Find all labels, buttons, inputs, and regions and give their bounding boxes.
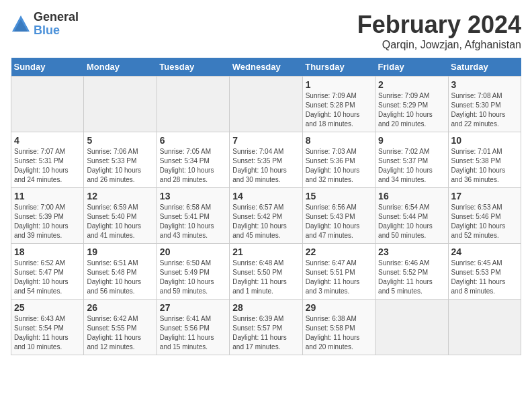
calendar-cell: 11Sunrise: 7:00 AM Sunset: 5:39 PM Dayli… [11, 188, 84, 244]
day-of-week-header: Friday [375, 58, 448, 77]
calendar-cell [230, 77, 302, 132]
day-of-week-header: Sunday [11, 58, 84, 77]
day-number: 4 [14, 135, 81, 146]
day-number: 21 [232, 246, 299, 257]
day-info: Sunrise: 6:42 AM Sunset: 5:55 PM Dayligh… [87, 314, 153, 352]
calendar-cell: 5Sunrise: 7:06 AM Sunset: 5:33 PM Daylig… [84, 132, 157, 188]
calendar-body: 1Sunrise: 7:09 AM Sunset: 5:28 PM Daylig… [11, 77, 521, 355]
day-number: 2 [378, 79, 445, 90]
calendar-cell: 10Sunrise: 7:01 AM Sunset: 5:38 PM Dayli… [448, 132, 521, 188]
day-number: 10 [451, 135, 518, 146]
day-number: 3 [451, 79, 518, 90]
calendar-cell: 25Sunrise: 6:43 AM Sunset: 5:54 PM Dayli… [11, 300, 84, 355]
day-number: 26 [87, 302, 153, 313]
day-number: 18 [14, 246, 81, 257]
day-number: 12 [87, 191, 153, 201]
calendar-cell: 24Sunrise: 6:45 AM Sunset: 5:53 PM Dayli… [448, 244, 521, 300]
day-info: Sunrise: 6:39 AM Sunset: 5:57 PM Dayligh… [232, 314, 299, 352]
day-number: 9 [378, 135, 445, 146]
day-info: Sunrise: 7:08 AM Sunset: 5:30 PM Dayligh… [451, 91, 518, 129]
calendar-cell: 13Sunrise: 6:58 AM Sunset: 5:41 PM Dayli… [157, 188, 229, 244]
day-info: Sunrise: 6:50 AM Sunset: 5:49 PM Dayligh… [160, 259, 226, 296]
calendar-cell: 3Sunrise: 7:08 AM Sunset: 5:30 PM Daylig… [448, 77, 521, 132]
calendar-cell: 4Sunrise: 7:07 AM Sunset: 5:31 PM Daylig… [11, 132, 84, 188]
day-number: 5 [87, 135, 153, 146]
day-number: 15 [306, 191, 372, 201]
day-number: 7 [232, 135, 299, 146]
day-info: Sunrise: 6:47 AM Sunset: 5:51 PM Dayligh… [306, 259, 372, 296]
day-info: Sunrise: 6:57 AM Sunset: 5:42 PM Dayligh… [232, 203, 299, 240]
calendar-cell: 17Sunrise: 6:53 AM Sunset: 5:46 PM Dayli… [448, 188, 521, 244]
day-number: 13 [160, 191, 226, 201]
day-info: Sunrise: 6:59 AM Sunset: 5:40 PM Dayligh… [87, 203, 153, 240]
day-number: 29 [306, 302, 372, 313]
calendar-cell: 8Sunrise: 7:03 AM Sunset: 5:36 PM Daylig… [302, 132, 375, 188]
calendar-cell [375, 300, 448, 355]
day-of-week-header: Wednesday [230, 58, 302, 77]
day-info: Sunrise: 7:07 AM Sunset: 5:31 PM Dayligh… [14, 147, 81, 185]
day-number: 23 [378, 246, 445, 257]
logo: General Blue [11, 11, 79, 38]
calendar-cell: 18Sunrise: 6:52 AM Sunset: 5:47 PM Dayli… [11, 244, 84, 300]
day-info: Sunrise: 6:43 AM Sunset: 5:54 PM Dayligh… [14, 314, 81, 352]
calendar-header-row: SundayMondayTuesdayWednesdayThursdayFrid… [11, 58, 521, 77]
day-info: Sunrise: 6:51 AM Sunset: 5:48 PM Dayligh… [87, 259, 153, 296]
day-info: Sunrise: 6:45 AM Sunset: 5:53 PM Dayligh… [451, 259, 518, 296]
calendar-cell: 19Sunrise: 6:51 AM Sunset: 5:48 PM Dayli… [84, 244, 157, 300]
calendar-cell: 7Sunrise: 7:04 AM Sunset: 5:35 PM Daylig… [230, 132, 302, 188]
day-info: Sunrise: 7:03 AM Sunset: 5:36 PM Dayligh… [306, 147, 372, 185]
day-number: 11 [14, 191, 81, 201]
day-number: 6 [160, 135, 226, 146]
day-info: Sunrise: 7:09 AM Sunset: 5:29 PM Dayligh… [378, 91, 445, 129]
calendar-cell: 2Sunrise: 7:09 AM Sunset: 5:29 PM Daylig… [375, 77, 448, 132]
day-info: Sunrise: 6:52 AM Sunset: 5:47 PM Dayligh… [14, 259, 81, 296]
day-of-week-header: Saturday [448, 58, 521, 77]
calendar-cell: 14Sunrise: 6:57 AM Sunset: 5:42 PM Dayli… [230, 188, 302, 244]
day-info: Sunrise: 7:06 AM Sunset: 5:33 PM Dayligh… [87, 147, 153, 185]
day-number: 8 [306, 135, 372, 146]
day-info: Sunrise: 7:05 AM Sunset: 5:34 PM Dayligh… [160, 147, 226, 185]
calendar-week-row: 1Sunrise: 7:09 AM Sunset: 5:28 PM Daylig… [11, 77, 521, 132]
calendar-cell: 12Sunrise: 6:59 AM Sunset: 5:40 PM Dayli… [84, 188, 157, 244]
day-info: Sunrise: 7:00 AM Sunset: 5:39 PM Dayligh… [14, 203, 81, 240]
location-title: Qarqin, Jowzjan, Afghanistan [357, 39, 521, 51]
calendar-cell: 28Sunrise: 6:39 AM Sunset: 5:57 PM Dayli… [230, 300, 302, 355]
calendar-cell: 26Sunrise: 6:42 AM Sunset: 5:55 PM Dayli… [84, 300, 157, 355]
calendar-week-row: 18Sunrise: 6:52 AM Sunset: 5:47 PM Dayli… [11, 244, 521, 300]
day-number: 14 [232, 191, 299, 201]
calendar-cell: 16Sunrise: 6:54 AM Sunset: 5:44 PM Dayli… [375, 188, 448, 244]
calendar-week-row: 25Sunrise: 6:43 AM Sunset: 5:54 PM Dayli… [11, 300, 521, 355]
day-number: 25 [14, 302, 81, 313]
day-number: 24 [451, 246, 518, 257]
day-info: Sunrise: 7:04 AM Sunset: 5:35 PM Dayligh… [232, 147, 299, 185]
day-info: Sunrise: 6:46 AM Sunset: 5:52 PM Dayligh… [378, 259, 445, 296]
day-info: Sunrise: 6:58 AM Sunset: 5:41 PM Dayligh… [160, 203, 226, 240]
logo-general-text: General [34, 11, 79, 24]
day-of-week-header: Tuesday [157, 58, 229, 77]
day-of-week-header: Monday [84, 58, 157, 77]
calendar-cell: 1Sunrise: 7:09 AM Sunset: 5:28 PM Daylig… [302, 77, 375, 132]
day-info: Sunrise: 7:02 AM Sunset: 5:37 PM Dayligh… [378, 147, 445, 185]
day-info: Sunrise: 6:41 AM Sunset: 5:56 PM Dayligh… [160, 314, 226, 352]
calendar-cell [84, 77, 157, 132]
calendar-cell [11, 77, 84, 132]
calendar-table: SundayMondayTuesdayWednesdayThursdayFrid… [11, 58, 521, 355]
calendar-cell: 22Sunrise: 6:47 AM Sunset: 5:51 PM Dayli… [302, 244, 375, 300]
calendar-cell: 6Sunrise: 7:05 AM Sunset: 5:34 PM Daylig… [157, 132, 229, 188]
day-number: 22 [306, 246, 372, 257]
calendar-cell: 21Sunrise: 6:48 AM Sunset: 5:50 PM Dayli… [230, 244, 302, 300]
day-of-week-header: Thursday [302, 58, 375, 77]
day-number: 28 [232, 302, 299, 313]
calendar-week-row: 4Sunrise: 7:07 AM Sunset: 5:31 PM Daylig… [11, 132, 521, 188]
calendar-cell [448, 300, 521, 355]
logo-icon [11, 14, 31, 34]
title-block: February 2024 Qarqin, Jowzjan, Afghanist… [357, 11, 521, 51]
calendar-cell [157, 77, 229, 132]
calendar-cell: 27Sunrise: 6:41 AM Sunset: 5:56 PM Dayli… [157, 300, 229, 355]
calendar-cell: 23Sunrise: 6:46 AM Sunset: 5:52 PM Dayli… [375, 244, 448, 300]
day-number: 27 [160, 302, 226, 313]
day-info: Sunrise: 6:53 AM Sunset: 5:46 PM Dayligh… [451, 203, 518, 240]
month-title: February 2024 [357, 11, 521, 39]
day-info: Sunrise: 6:38 AM Sunset: 5:58 PM Dayligh… [306, 314, 372, 352]
calendar-week-row: 11Sunrise: 7:00 AM Sunset: 5:39 PM Dayli… [11, 188, 521, 244]
